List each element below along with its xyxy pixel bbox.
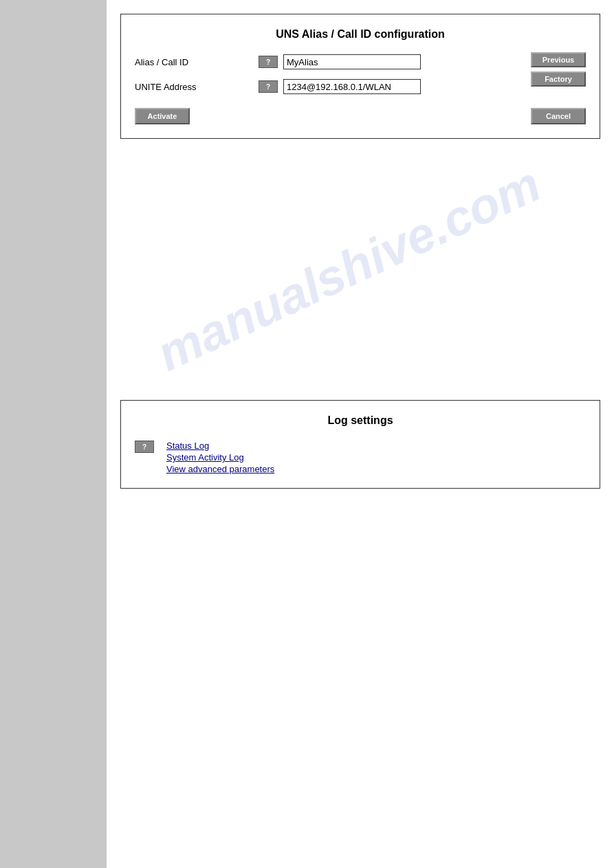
log-links-list: Status Log System Activity Log View adva… bbox=[166, 441, 274, 474]
factory-button[interactable]: Factory bbox=[531, 71, 586, 87]
alias-help-button[interactable]: ? bbox=[259, 56, 278, 68]
alias-row: Alias / Call ID ? bbox=[135, 54, 586, 69]
side-buttons: Previous Factory bbox=[531, 52, 586, 87]
watermark: manualshive.com bbox=[149, 155, 549, 382]
previous-button[interactable]: Previous bbox=[531, 52, 586, 67]
uns-config-box: UNS Alias / Call ID configuration Alias … bbox=[120, 14, 600, 139]
sidebar bbox=[0, 0, 107, 868]
log-section-title: Log settings bbox=[135, 414, 586, 427]
unite-row: UNITE Address ? bbox=[135, 79, 586, 94]
unite-input[interactable] bbox=[283, 79, 421, 94]
alias-label: Alias / Call ID bbox=[135, 57, 259, 67]
system-activity-log-link[interactable]: System Activity Log bbox=[166, 452, 274, 463]
log-links-area: ? Status Log System Activity Log View ad… bbox=[135, 441, 586, 474]
log-help-button[interactable]: ? bbox=[135, 441, 154, 453]
activate-button[interactable]: Activate bbox=[135, 108, 190, 124]
uns-section-title: UNS Alias / Call ID configuration bbox=[135, 28, 586, 41]
alias-input[interactable] bbox=[283, 54, 421, 69]
log-section-box: Log settings ? Status Log System Activit… bbox=[120, 400, 600, 489]
bottom-buttons: Activate Cancel bbox=[135, 108, 586, 124]
cancel-button[interactable]: Cancel bbox=[531, 108, 586, 124]
view-advanced-parameters-link[interactable]: View advanced parameters bbox=[166, 464, 274, 474]
unite-label: UNITE Address bbox=[135, 82, 259, 92]
unite-help-button[interactable]: ? bbox=[259, 80, 278, 93]
main-content: manualshive.com UNS Alias / Call ID conf… bbox=[107, 0, 614, 868]
status-log-link[interactable]: Status Log bbox=[166, 441, 274, 451]
